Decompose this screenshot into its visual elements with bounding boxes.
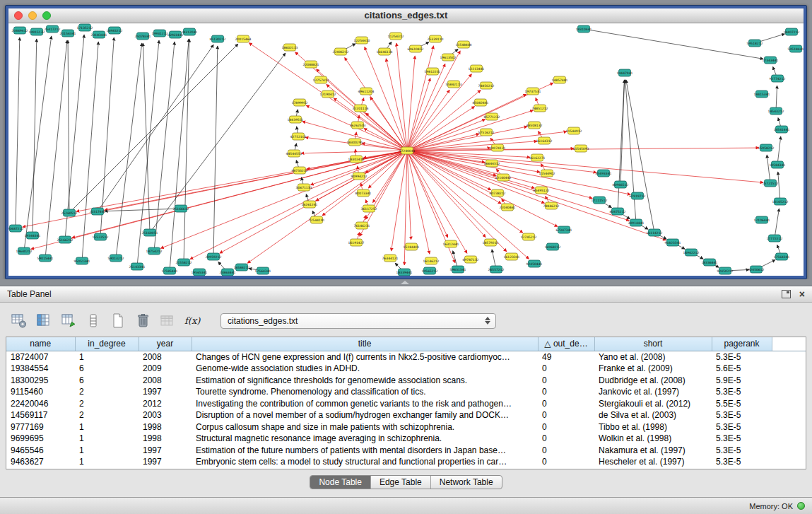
graph-node[interactable]: 11544902	[539, 170, 555, 177]
window-titlebar[interactable]: citations_edges.txt	[8, 8, 804, 23]
graph-node[interactable]: 49611204	[358, 88, 375, 95]
graph-node[interactable]: 57516212	[478, 129, 495, 136]
graph-node[interactable]: 30914441	[628, 219, 645, 226]
tab-node-table[interactable]: Node Table	[310, 476, 371, 489]
graph-node[interactable]: 16114212	[647, 229, 663, 236]
table-row[interactable]: 911546021997Tourette syndrome. Phenomeno…	[6, 386, 806, 398]
column-header-title[interactable]: title	[192, 337, 538, 351]
graph-node[interactable]: 16968212	[545, 243, 561, 250]
graph-node[interactable]: 17772212	[767, 235, 783, 242]
row-height-icon[interactable]	[84, 313, 102, 329]
table-row[interactable]: 2242004622012Investigating the contribut…	[6, 398, 806, 410]
graph-node[interactable]: 32201114	[353, 105, 369, 112]
graph-node[interactable]: 25260512	[61, 209, 78, 216]
graph-node[interactable]: 18415341	[754, 90, 770, 98]
graph-node[interactable]: 23863441	[220, 269, 236, 276]
graph-node[interactable]: 85771232	[484, 113, 500, 120]
graph-node[interactable]: 91823341	[665, 239, 681, 246]
graph-node[interactable]: 60738212	[490, 189, 506, 197]
table-row[interactable]: 946362711997Embryonic stem cells: a mode…	[6, 456, 806, 468]
graph-node[interactable]: 80966512	[613, 181, 629, 188]
column-header-name[interactable]: name	[6, 337, 75, 351]
graph-node[interactable]: 19447941	[617, 69, 633, 76]
graph-node[interactable]: 15184401	[404, 243, 420, 250]
graph-node[interactable]: 36117252	[361, 205, 377, 212]
graph-node[interactable]: 16262503	[350, 122, 366, 129]
graph-node[interactable]: 12160442	[495, 174, 512, 181]
graph-node[interactable]: 18339441	[396, 269, 413, 276]
graph-node[interactable]: 20154341	[60, 30, 76, 37]
graph-node[interactable]: 95051341	[74, 257, 90, 264]
graph-node[interactable]: 59015441	[37, 255, 54, 262]
edit-columns-icon[interactable]	[59, 313, 78, 329]
graph-node[interactable]: 15721512	[763, 180, 779, 187]
graph-node[interactable]: 11548408	[456, 41, 472, 48]
graph-node[interactable]: 85495122	[534, 187, 550, 194]
graph-node[interactable]: 17585441	[162, 267, 178, 274]
graph-node[interactable]: 17899952	[292, 99, 308, 106]
table-mode-icon[interactable]	[10, 313, 28, 329]
graph-node[interactable]: 16123341	[504, 253, 520, 260]
graph-node[interactable]: 92450212	[717, 267, 734, 274]
graph-node[interactable]: 92774212	[770, 75, 786, 82]
graph-node[interactable]: 20959212	[206, 253, 222, 260]
function-builder-icon[interactable]: f(x)	[183, 313, 201, 329]
graph-node[interactable]: 20687212	[8, 225, 24, 232]
graph-node[interactable]: 16164312	[536, 137, 553, 144]
graph-node[interactable]: 18336441	[702, 259, 718, 266]
graph-node[interactable]: 18439551	[288, 116, 304, 123]
table-row[interactable]: 1830029562008Estimation of significance …	[6, 375, 806, 387]
graph-node[interactable]: 48508132	[526, 122, 543, 129]
column-header-pagerank[interactable]: pagerank	[712, 337, 772, 351]
graph-node[interactable]: 90994212	[351, 173, 367, 180]
graph-node[interactable]: 30671133	[296, 184, 312, 191]
graph-node[interactable]: 16584212	[234, 264, 250, 271]
graph-node[interactable]: 17135212	[77, 24, 93, 31]
graph-node[interactable]: 14543212	[768, 107, 784, 115]
graph-node[interactable]: 20015464	[235, 35, 252, 42]
graph-node[interactable]: 18602113	[282, 44, 298, 51]
graph-node[interactable]: 12757412	[313, 76, 329, 83]
graph-node[interactable]: 16644312	[484, 160, 500, 167]
graph-node[interactable]: 18407212	[784, 28, 800, 35]
table-row[interactable]: 1872400712008Changes of HCN gene express…	[6, 351, 806, 363]
graph-node[interactable]: 44544551	[286, 150, 302, 157]
column-header-short[interactable]: short	[594, 337, 712, 351]
graph-node[interactable]: 85130212	[210, 35, 226, 42]
graph-node[interactable]: 10584341	[770, 161, 786, 168]
graph-node[interactable]: 59831341	[450, 266, 466, 273]
graph-node[interactable]: 17564341	[774, 253, 790, 260]
graph-node[interactable]: 12106441	[754, 216, 770, 223]
graph-node[interactable]: 12190412	[320, 90, 336, 98]
graph-node[interactable]: 12745212	[521, 233, 537, 240]
graph-node[interactable]: 19915132	[29, 28, 45, 35]
graph-node[interactable]: 17564341	[255, 267, 271, 274]
graph-node[interactable]: 80073341	[355, 189, 372, 197]
show-columns-icon[interactable]	[35, 313, 53, 329]
graph-node[interactable]: 16962212	[683, 249, 700, 256]
graph-node[interactable]: 12254410	[354, 37, 370, 44]
graph-node[interactable]: 18312041	[182, 28, 198, 35]
graph-node[interactable]: 25339110	[428, 35, 444, 42]
graph-node[interactable]: 16162271	[529, 154, 546, 161]
tab-network-table[interactable]: Network Table	[431, 476, 502, 489]
graph-node[interactable]: 76146231	[354, 222, 370, 229]
graph-node[interactable]: 25166612	[173, 205, 189, 212]
graph-node[interactable]: 59518441	[788, 45, 804, 52]
graph-node[interactable]: 25417212	[45, 25, 61, 33]
graph-node[interactable]: 15958212	[758, 144, 775, 151]
graph-node[interactable]: 16646134	[377, 48, 393, 55]
column-header-in_degree[interactable]: in_degree	[75, 337, 139, 351]
graph-node[interactable]: 22088821	[303, 61, 319, 68]
split-pane-divider[interactable]	[0, 279, 812, 286]
graph-node[interactable]: 76344121	[382, 255, 399, 262]
float-panel-icon[interactable]	[782, 290, 791, 298]
graph-node[interactable]: 25078341	[135, 33, 151, 40]
graph-node[interactable]: 19613502	[440, 54, 457, 61]
tab-edge-table[interactable]: Edge Table	[371, 476, 431, 489]
graph-node[interactable]: 14541441	[774, 126, 790, 133]
graph-node[interactable]: 92450441	[526, 260, 543, 267]
table-row[interactable]: 1938455462009Genome-wide association stu…	[6, 363, 806, 375]
graph-node[interactable]: 25160051	[142, 229, 158, 236]
network-view-window[interactable]: citations_edges.txt 17240041200154641860…	[5, 5, 807, 279]
